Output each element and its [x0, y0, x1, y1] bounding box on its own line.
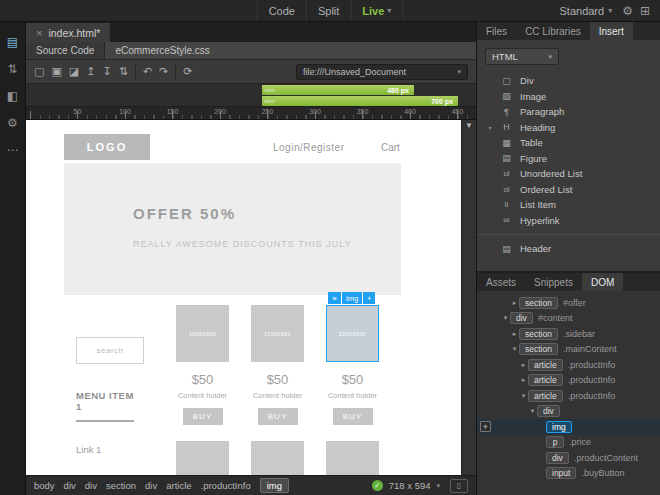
insert-item-figure[interactable]: ▾ ▤ Figure: [477, 151, 660, 167]
site-logo[interactable]: LOGO: [64, 134, 150, 160]
search-input[interactable]: search: [76, 337, 144, 364]
dom-node-article-productinfo[interactable]: ▾ article .productInfo: [477, 388, 660, 404]
chevron-down-icon[interactable]: ▾: [457, 68, 461, 76]
dom-node-article-productinfo[interactable]: ▸ article .productInfo: [477, 373, 660, 389]
workspace-switcher[interactable]: Standard ▾: [560, 5, 613, 17]
dom-node-section-sidebar[interactable]: ▸ section .sidebar: [477, 326, 660, 342]
view-mode-live[interactable]: Live ▾: [350, 0, 403, 21]
twisty-icon[interactable]: ▸: [519, 361, 528, 369]
twisty-icon[interactable]: ▾: [528, 407, 537, 415]
live-view-canvas[interactable]: LOGO Login/Register Cart OFFER 50% REALL…: [26, 120, 461, 475]
refresh-icon[interactable]: ⟳: [183, 66, 192, 77]
tag-selector-img[interactable]: img: [260, 478, 289, 493]
element-display-add-icon[interactable]: +: [363, 292, 375, 304]
vertical-scrollbar[interactable]: ▼: [461, 120, 476, 475]
insert-item-div[interactable]: ▾ ▢ Div: [477, 73, 660, 89]
new-document-icon[interactable]: ▢: [34, 66, 44, 77]
buy-button[interactable]: BUY: [333, 408, 373, 425]
tab-index-html[interactable]: × index.html*: [26, 23, 110, 42]
product-image-placeholder[interactable]: 1000X800: [326, 305, 379, 362]
transfer-files-icon[interactable]: ⇅: [7, 63, 17, 75]
chevron-down-icon[interactable]: ▾: [436, 482, 440, 490]
insert-item-header[interactable]: ▾ ▤ Header: [477, 241, 660, 257]
insert-item-ordered-list[interactable]: ▾ ol Ordered List: [477, 182, 660, 198]
dom-tag-pill[interactable]: section: [519, 343, 558, 355]
media-query-bar-700-px[interactable]: ««« 700 px: [262, 96, 458, 106]
product-card-3[interactable]: ≡ img + 1000X800 $50 Content holder BUY: [326, 305, 379, 475]
close-icon[interactable]: ×: [36, 27, 42, 39]
insert-item-image[interactable]: ▾ ▨ Image: [477, 89, 660, 105]
more-options-icon[interactable]: ⋯: [7, 144, 19, 156]
dom-tag-pill[interactable]: div: [510, 312, 533, 324]
tag-selector-div[interactable]: div: [64, 480, 76, 491]
twisty-icon[interactable]: ▸: [510, 330, 519, 338]
sync-files-icon[interactable]: ⇅: [119, 66, 128, 77]
gear-icon[interactable]: ⚙: [622, 5, 633, 17]
snippets-icon[interactable]: ◧: [7, 90, 18, 102]
dom-node-section-maincontent[interactable]: ▾ section .mainContent: [477, 342, 660, 358]
dom-tag-pill[interactable]: input: [546, 467, 576, 479]
view-mode-code[interactable]: Code ▾: [257, 0, 306, 21]
dom-tag-pill[interactable]: section: [519, 297, 558, 309]
dom-node-div-content[interactable]: ▾ div #content: [477, 311, 660, 327]
tag-selector-div[interactable]: div: [85, 480, 97, 491]
dom-tag-pill[interactable]: p: [546, 436, 564, 448]
cart-link[interactable]: Cart: [381, 142, 400, 153]
open-file-icon[interactable]: ▣: [51, 66, 61, 77]
related-file-css[interactable]: eCommerceStyle.css: [105, 42, 219, 59]
product-image-placeholder[interactable]: 1000X800: [251, 305, 304, 362]
panel-tab-assets[interactable]: Assets: [477, 273, 525, 291]
buy-button[interactable]: BUY: [183, 408, 223, 425]
sidebar-link-link-2[interactable]: Link 2: [76, 474, 144, 475]
related-file-source-code[interactable]: Source Code: [26, 42, 105, 59]
dom-tag-pill[interactable]: div: [546, 452, 569, 464]
twisty-icon[interactable]: ▸: [519, 376, 528, 384]
upload-icon[interactable]: ↥: [86, 66, 95, 77]
insert-item-table[interactable]: ▾ ▦ Table: [477, 135, 660, 151]
twisty-icon[interactable]: ▾: [501, 314, 510, 322]
dom-tag-pill[interactable]: img: [546, 421, 572, 433]
product-card-1[interactable]: 1000X800 $50 Content holder BUY: [176, 305, 229, 475]
twisty-icon[interactable]: ▸: [510, 299, 519, 307]
dom-node-p-price[interactable]: p .price: [477, 435, 660, 451]
add-element-icon[interactable]: +: [480, 421, 491, 432]
dom-node-article-productinfo[interactable]: ▸ article .productInfo: [477, 357, 660, 373]
dom-node-img[interactable]: + img: [477, 419, 660, 435]
product-card-2[interactable]: 1000X800 $50 Content holder BUY: [251, 305, 304, 475]
no-errors-icon[interactable]: ✓: [372, 480, 383, 491]
tag-selector-body[interactable]: body: [34, 480, 55, 491]
twisty-icon[interactable]: ▾: [510, 345, 519, 353]
redo-icon[interactable]: ↷: [159, 66, 168, 77]
save-icon[interactable]: ◪: [69, 66, 79, 77]
document-icon[interactable]: ▤: [7, 36, 18, 48]
tag-selector-article[interactable]: article: [166, 480, 191, 491]
panel-tab-insert[interactable]: Insert: [590, 22, 633, 40]
insert-item-heading[interactable]: ▾ H Heading: [477, 120, 660, 136]
buy-button[interactable]: BUY: [258, 408, 298, 425]
undo-icon[interactable]: ↶: [143, 66, 152, 77]
panel-tab-dom[interactable]: DOM: [582, 273, 623, 291]
tag-selector-productinfo[interactable]: .productInfo: [201, 480, 251, 491]
css-designer-icon[interactable]: ⚙: [7, 117, 18, 129]
dom-node-section-offer[interactable]: ▸ section #offer: [477, 295, 660, 311]
panel-tab-snippets[interactable]: Snippets: [525, 273, 582, 291]
tag-selector-section[interactable]: section: [106, 480, 136, 491]
sidebar-link-link-1[interactable]: Link 1: [76, 444, 144, 455]
download-icon[interactable]: ↧: [102, 66, 111, 77]
dom-node-div-productcontent[interactable]: div .productContent: [477, 450, 660, 466]
dom-tag-pill[interactable]: div: [537, 405, 560, 417]
insert-item-hyperlink[interactable]: ▾ ∞ Hyperlink: [477, 213, 660, 229]
dom-tag-pill[interactable]: article: [528, 359, 563, 371]
window-size-label[interactable]: 718 x 594: [389, 480, 431, 491]
device-preview-icon[interactable]: ▯: [450, 479, 468, 493]
dom-node-input-buybutton[interactable]: input .buyButton: [477, 466, 660, 482]
dom-tag-pill[interactable]: article: [528, 374, 563, 386]
insert-item-paragraph[interactable]: ▾ ¶ Paragraph: [477, 104, 660, 120]
tag-selector-div[interactable]: div: [145, 480, 157, 491]
dom-tag-pill[interactable]: section: [519, 328, 558, 340]
insert-item-list-item[interactable]: ▾ li List Item: [477, 197, 660, 213]
twisty-icon[interactable]: ▾: [519, 392, 528, 400]
address-bar[interactable]: file:///Unsaved_Document ▾: [296, 64, 468, 80]
menu-grid-icon[interactable]: ⊞: [640, 5, 650, 17]
dom-tag-pill[interactable]: article: [528, 390, 563, 402]
